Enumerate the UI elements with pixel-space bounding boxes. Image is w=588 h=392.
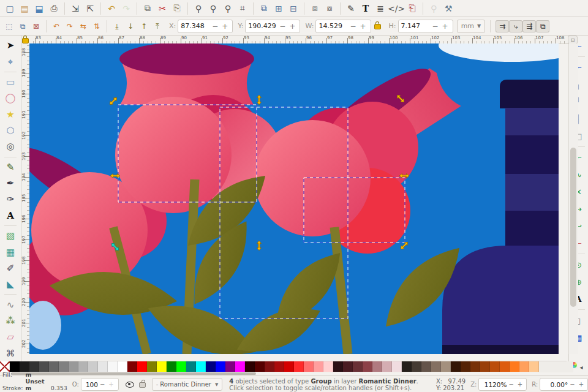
dropper-tool[interactable]: ✐: [2, 261, 18, 276]
layer-lock-toggle[interactable]: [137, 379, 148, 390]
h-minus-button[interactable]: −: [431, 22, 440, 31]
lock-guides-toggle[interactable]: [21, 36, 29, 43]
palette-swatch[interactable]: [510, 361, 519, 372]
palette-swatch[interactable]: [216, 361, 225, 372]
x-field[interactable]: 87.348 − +: [178, 20, 233, 33]
y-minus-button[interactable]: −: [277, 22, 287, 31]
zoom-page-width-icon[interactable]: ⚲: [221, 2, 235, 15]
select-all-layers-icon[interactable]: ⧉: [16, 20, 29, 32]
palette-swatch[interactable]: [176, 361, 186, 372]
palette-swatch[interactable]: [333, 361, 343, 372]
cut-icon[interactable]: ✂: [155, 2, 170, 15]
eraser-tool[interactable]: ▱: [2, 330, 18, 344]
palette-swatch[interactable]: [10, 361, 20, 372]
palette-swatch[interactable]: [88, 361, 98, 372]
palette-swatch[interactable]: [167, 361, 176, 372]
palette-swatch[interactable]: [421, 361, 431, 372]
lower-icon[interactable]: ↓: [124, 20, 137, 32]
canvas[interactable]: [29, 43, 559, 354]
ellipse-tool[interactable]: ◯: [2, 91, 18, 105]
spray-tool[interactable]: ⁂: [2, 314, 18, 328]
select-all-icon[interactable]: ⬚: [2, 20, 16, 32]
tweak-tool[interactable]: ∿: [2, 297, 18, 312]
paint-bucket-tool[interactable]: ◣: [2, 277, 18, 292]
fill-stroke-indicator[interactable]: Fill: m Unset Stroke: m Unset 0.353: [2, 371, 67, 392]
palette-swatch[interactable]: [265, 361, 274, 372]
palette-swatch[interactable]: [137, 361, 147, 372]
zoom-minus-button[interactable]: −: [507, 381, 515, 388]
opacity-plus-button[interactable]: +: [107, 381, 115, 388]
rotation-field[interactable]: 0.00° − +: [540, 378, 588, 391]
mesh-gradient-tool[interactable]: ▦: [2, 244, 18, 259]
palette-swatch[interactable]: [382, 361, 392, 372]
palette-swatch[interactable]: [323, 361, 333, 372]
spiral-tool[interactable]: ◎: [2, 139, 18, 154]
zoom-page-icon[interactable]: ⚲: [206, 2, 221, 15]
vertical-scrollbar-thumb[interactable]: [570, 148, 576, 307]
canvas-drawing[interactable]: [29, 43, 559, 354]
palette-swatch[interactable]: [196, 361, 206, 372]
palette-swatch[interactable]: [20, 361, 29, 372]
import-icon[interactable]: ⇲: [68, 2, 83, 15]
zoom-selection-icon[interactable]: ⌗: [235, 2, 250, 15]
layer-visibility-toggle[interactable]: [124, 379, 135, 390]
fill-value[interactable]: m Unset: [25, 371, 48, 385]
lower-to-bottom-icon[interactable]: ⤓: [110, 20, 124, 32]
palette-swatch[interactable]: [294, 361, 304, 372]
palette-swatch[interactable]: [519, 361, 529, 372]
opacity-field[interactable]: 100 − +: [81, 378, 119, 391]
palette-swatch[interactable]: [392, 361, 402, 372]
palette-swatch[interactable]: [255, 361, 265, 372]
palette-swatch[interactable]: [147, 361, 157, 372]
layers-dialog-icon[interactable]: ≣: [373, 2, 388, 15]
palette-swatch[interactable]: [108, 361, 118, 372]
star-tool[interactable]: ★: [2, 107, 18, 121]
palette-swatch[interactable]: [49, 361, 59, 372]
palette-swatch[interactable]: [490, 361, 500, 372]
palette-swatch[interactable]: [29, 361, 39, 372]
palette-swatch[interactable]: [78, 361, 88, 372]
fill-stroke-dialog-icon[interactable]: ✎: [344, 2, 358, 15]
h-plus-button[interactable]: +: [440, 22, 450, 31]
text-tool[interactable]: A: [2, 208, 18, 223]
xml-editor-icon[interactable]: </>: [388, 2, 405, 15]
new-document-icon[interactable]: ▢: [2, 2, 17, 15]
gradient-tool[interactable]: ▧: [2, 228, 18, 243]
stroke-width-value[interactable]: 0.353: [51, 385, 67, 392]
scale-stroke-width-toggle[interactable]: ⇉: [496, 20, 509, 32]
h-field[interactable]: 7.147 − +: [398, 20, 453, 33]
palette-swatch[interactable]: [343, 361, 353, 372]
rotation-minus-button[interactable]: −: [568, 381, 576, 388]
calligraphy-tool[interactable]: ✒: [2, 176, 18, 190]
selector-tool[interactable]: ➤: [2, 38, 18, 53]
palette-swatch[interactable]: [431, 361, 441, 372]
raise-icon[interactable]: ↑: [137, 20, 151, 32]
text-dialog-icon[interactable]: T: [358, 2, 373, 15]
scale-rect-corners-toggle[interactable]: ⤷: [509, 20, 522, 32]
w-minus-button[interactable]: −: [348, 22, 358, 31]
node-editor-tool[interactable]: ⌖: [2, 54, 18, 69]
palette-swatch[interactable]: [39, 361, 49, 372]
palette-swatch[interactable]: [451, 361, 461, 372]
deselect-icon[interactable]: ⊠: [29, 20, 43, 32]
palette-swatch[interactable]: [206, 361, 216, 372]
box-3d-tool[interactable]: ⬡: [2, 123, 18, 138]
y-field[interactable]: 190.429 − +: [245, 20, 300, 33]
zoom-drawing-icon[interactable]: ⚲: [191, 2, 206, 15]
palette-swatch[interactable]: [98, 361, 108, 372]
open-document-icon[interactable]: ▤: [17, 2, 32, 15]
palette-swatch[interactable]: [314, 361, 323, 372]
palette-swatch[interactable]: [284, 361, 294, 372]
unit-dropdown[interactable]: mm▼: [457, 20, 486, 33]
flip-vertical-icon[interactable]: ⇅: [90, 20, 104, 32]
flip-horizontal-icon[interactable]: ⇆: [77, 20, 90, 32]
palette-swatch[interactable]: [235, 361, 245, 372]
export-icon[interactable]: ⇱: [83, 2, 97, 15]
copy-icon[interactable]: ⧉: [140, 2, 155, 15]
rotation-plus-button[interactable]: +: [577, 381, 586, 388]
rotate-ccw-icon[interactable]: ↶: [50, 20, 63, 32]
x-plus-button[interactable]: +: [220, 22, 230, 31]
palette-swatch[interactable]: [225, 361, 235, 372]
palette-swatch[interactable]: [363, 361, 372, 372]
palette-swatch[interactable]: [500, 361, 510, 372]
